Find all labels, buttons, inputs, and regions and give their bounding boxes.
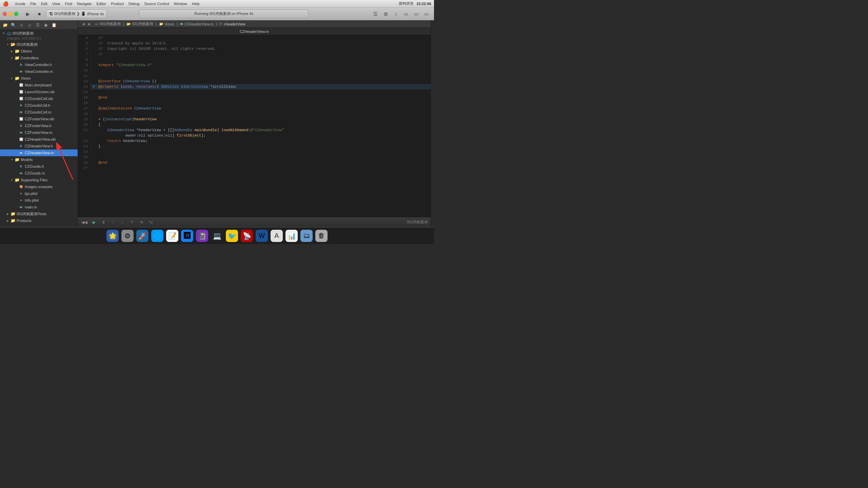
group-main-disclosure[interactable] (5, 43, 10, 46)
apple-menu[interactable]: 🍎 (3, 1, 8, 6)
models-disclosure[interactable] (9, 158, 14, 161)
menu-debug[interactable]: Debug (126, 1, 142, 6)
dock-terminal[interactable]: 💻 (211, 230, 223, 242)
scheme-selector[interactable]: 🏗 001闭购案例 ❯ 📱 iPhone 4s (46, 9, 107, 18)
bottom-stepover-btn[interactable]: ↑ (109, 219, 117, 226)
menu-window[interactable]: Window (172, 1, 190, 6)
sidebar-item-czgoodscell-xib[interactable]: ⬜ CZGoodsCell.xib (0, 95, 78, 102)
dock-cyberduck[interactable]: 🐦 (226, 230, 238, 242)
navigator-folder-btn[interactable]: 📁 (1, 21, 9, 29)
dock-word[interactable]: W (256, 230, 268, 242)
sidebar-item-czheaderview-m[interactable]: m CZHeaderView.m (0, 149, 78, 156)
minimize-button[interactable] (8, 12, 13, 16)
sidebar-item-models[interactable]: 📁 Models (0, 156, 78, 163)
controllers-disclosure[interactable] (9, 57, 14, 60)
sidebar-item-products[interactable]: 📁 Products (0, 217, 78, 224)
nav-forward-button[interactable]: ▶ (87, 21, 92, 27)
editor-version-btn[interactable]: ↕ (391, 9, 401, 19)
sidebar-item-viewcontroller-m[interactable]: m ViewController.m (0, 68, 78, 75)
sidebar-item-supporting-files[interactable]: 📁 Supporting Files (0, 177, 78, 183)
sidebar-item-czheaderview-xib[interactable]: ⬜ CZHeaderView.xib (0, 136, 78, 143)
breadcrumb-method[interactable]: +headerView (223, 22, 245, 26)
dock-filezilla[interactable]: 📡 (241, 230, 253, 242)
project-root-item[interactable]: 🗂 001闭购案例 (0, 30, 78, 37)
views-disclosure[interactable] (9, 77, 14, 80)
others-disclosure[interactable] (9, 50, 14, 53)
menu-find[interactable]: Find (63, 1, 75, 6)
bottom-stepout-btn[interactable]: ⇡ (128, 219, 136, 226)
dock-system-prefs[interactable]: ⚙ (121, 230, 134, 242)
sidebar-item-czheaderview-h[interactable]: h CZHeaderView.h (0, 143, 78, 149)
menu-navigate[interactable]: Navigate (75, 1, 94, 6)
sidebar-item-main-m[interactable]: m main.m (0, 204, 78, 210)
sidebar-item-czfooterview-m[interactable]: m CZFooterView.m (0, 129, 78, 136)
dock-texteditor[interactable]: 📝 (166, 230, 178, 242)
close-button[interactable] (3, 12, 7, 16)
menu-xcode[interactable]: Xcode (13, 1, 28, 6)
menu-view[interactable]: View (50, 1, 63, 6)
bottom-pause-btn[interactable]: ⏸ (100, 219, 107, 226)
view-utilities-btn[interactable]: ▭ (422, 9, 431, 19)
nav-back-button[interactable]: ◀ (81, 21, 86, 27)
sidebar-item-czgoodscell-m[interactable]: m CZGoodsCell.m (0, 109, 78, 116)
sidebar-item-images-xcassets[interactable]: 🎨 Images.xcassets (0, 183, 78, 190)
sidebar-item-others[interactable]: 📁 Others (0, 48, 78, 55)
sidebar-item-czfooterview-xib[interactable]: ⬜ CZFooterView.xib (0, 116, 78, 122)
breadcrumb-file[interactable]: CZHeaderView.m (184, 22, 214, 26)
dock-onenote[interactable]: 📓 (196, 230, 208, 242)
sidebar-item-launchscreen[interactable]: ⬜ LaunchScreen.xib (0, 88, 78, 95)
dock-safari[interactable]: 🌐 (151, 230, 163, 242)
breadcrumb-project[interactable]: 001闭购案例 (100, 21, 121, 26)
navigator-test-btn[interactable]: ◇ (26, 21, 33, 29)
bottom-refresh-btn[interactable]: ⟲ (138, 219, 145, 226)
navigator-breakpoint-btn[interactable]: ◉ (42, 21, 50, 29)
scrollbar[interactable] (431, 20, 434, 227)
sidebar-item-main-storyboard[interactable]: ⬜ Main.storyboard (0, 82, 78, 88)
menu-edit[interactable]: Edit (39, 1, 50, 6)
sidebar-item-viewcontroller-h[interactable]: h ViewController.h (0, 61, 78, 68)
bottom-nav-btn-1[interactable]: ◀◀ (81, 219, 88, 226)
editor-assistant-btn[interactable]: ⊞ (381, 9, 391, 19)
supporting-disclosure[interactable] (9, 179, 14, 182)
menu-editor[interactable]: Editor (94, 1, 108, 6)
group-main[interactable]: 📂 001闭购案例 (0, 41, 78, 48)
sidebar-item-tgs-plist[interactable]: ≡ tgs.plist (0, 190, 78, 197)
sidebar-item-views[interactable]: 📁 Views (0, 75, 78, 82)
view-navigator-btn[interactable]: ▭ (401, 9, 411, 19)
bottom-option-btn[interactable]: ⌥ (147, 219, 155, 226)
sidebar-item-czgoods-h[interactable]: h CZGoods.h (0, 163, 78, 170)
view-debug-btn[interactable]: ▭ (412, 9, 421, 19)
breadcrumb-views[interactable]: Views (164, 22, 174, 26)
project-disclosure[interactable] (1, 32, 6, 35)
sidebar-item-czgoods-m[interactable]: m CZGoods.m (0, 170, 78, 177)
zoom-button[interactable] (14, 12, 18, 16)
navigator-report-btn[interactable]: 📋 (50, 21, 58, 29)
navigator-warning-btn[interactable]: ⚠ (18, 21, 25, 29)
dock-font-tool[interactable]: A (271, 230, 283, 242)
dock-appstore[interactable]: 🅰 (181, 230, 193, 242)
bottom-play-btn[interactable]: ▶ (90, 219, 98, 226)
navigator-search-btn[interactable]: 🔍 (9, 21, 17, 29)
products-disclosure[interactable] (5, 219, 10, 222)
sidebar-item-czfooterview-h[interactable]: h CZFooterView.h (0, 122, 78, 129)
run-button[interactable]: ▶ (23, 9, 33, 19)
sidebar-item-info-plist[interactable]: ≡ Info.plist (0, 197, 78, 204)
editor-standard-btn[interactable]: ☰ (371, 9, 380, 19)
dock-launchpad[interactable]: 🚀 (136, 230, 149, 242)
dock-trash[interactable]: 🗑 (315, 230, 328, 242)
code-editor[interactable]: 4 // 5 // Created by apple on 15/3/2. 6 … (78, 35, 431, 217)
stop-button[interactable]: ■ (35, 9, 44, 19)
sidebar-item-czgoodscell-h[interactable]: h CZGoodsCell.h (0, 102, 78, 109)
sidebar-item-controllers[interactable]: 📁 Controllers (0, 55, 78, 61)
tests-disclosure[interactable] (5, 212, 10, 216)
sidebar-item-tests[interactable]: 📁 001闭购案例Tests (0, 210, 78, 217)
menu-product[interactable]: Product (108, 1, 126, 6)
menu-file[interactable]: File (28, 1, 39, 6)
menu-source-control[interactable]: Source Control (142, 1, 171, 6)
dock-activity-monitor[interactable]: 📊 (285, 230, 298, 242)
dock-finder2[interactable]: 🗂 (300, 230, 313, 242)
bottom-stepin-btn[interactable]: ↓ (119, 219, 126, 226)
menu-help[interactable]: Help (190, 1, 202, 6)
breadcrumb-group[interactable]: 001闭购案例 (132, 21, 153, 26)
navigator-debug-btn[interactable]: ☰ (34, 21, 41, 29)
